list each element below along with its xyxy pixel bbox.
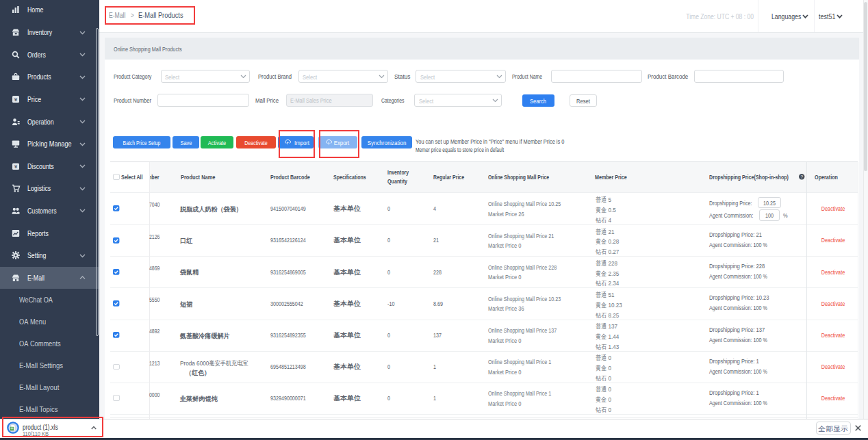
svg-text:?: ?: [801, 174, 804, 179]
svg-text:¥: ¥: [14, 96, 18, 103]
